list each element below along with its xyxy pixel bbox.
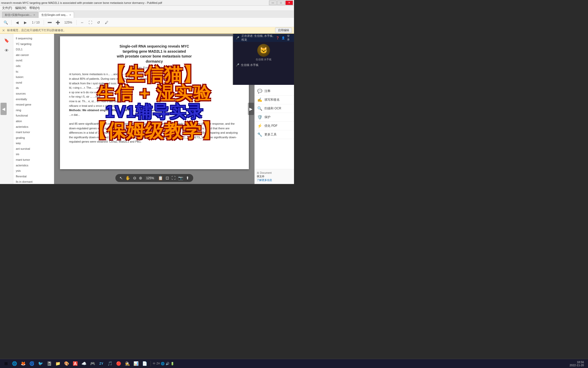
minimize-button[interactable]: — [269, 1, 277, 5]
pdf-zoom-label: 125% [145, 176, 156, 180]
outline-item-13[interactable]: ning [15, 108, 52, 113]
menu-help[interactable]: 帮助(H) [29, 6, 40, 10]
outline-item-6[interactable]: ts: [15, 69, 52, 75]
toolbar-separator-1 [11, 20, 11, 25]
outline-item-20[interactable]: ant survival [15, 146, 52, 152]
pdf-tool-fit[interactable]: ⊡ [166, 176, 169, 180]
outline-item-25[interactable]: fferential [15, 174, 52, 179]
outline-item-16[interactable]: acteristics [15, 124, 52, 130]
comment-icon: 💬 [257, 89, 262, 94]
info-close-button[interactable]: ✕ [2, 28, 5, 32]
tab-1-close[interactable]: ✕ [69, 14, 71, 16]
outline-item-10[interactable]: sources [15, 91, 52, 97]
tools-button[interactable]: 🖊 [103, 19, 110, 26]
outline-item-14[interactable]: functional [15, 113, 52, 119]
zoom-out-button[interactable]: ➖ [46, 19, 53, 26]
right-panel-more-tools[interactable]: 🔧 更多工具 [255, 130, 294, 139]
tab-0[interactable]: 标信+实验Regucalc... ✕ [2, 12, 38, 18]
video-list-item-0: 🎤 生信猫 水手狐 [234, 62, 293, 68]
pdf-tool-zoom-out[interactable]: ⊖ [133, 176, 136, 180]
prev-page-button[interactable]: ◀ [14, 19, 21, 26]
outline-item-22[interactable]: mant tumor [15, 157, 52, 163]
outline-item-24[interactable]: ysis [15, 168, 52, 174]
close-button[interactable]: ✕ [285, 1, 293, 5]
mic-icon: 🎤 [236, 36, 239, 40]
doc-more-info[interactable]: 了解更多信息 [257, 178, 292, 182]
outline-item-11[interactable]: erentially [15, 97, 52, 102]
title-bar-controls: — □ ✕ [269, 1, 293, 5]
title-bar: research reveals MYC targeting gene MAD2… [0, 0, 294, 6]
right-panel-protect-label: 保护 [264, 115, 271, 119]
pdf-tool-copy[interactable]: 📋 [158, 176, 163, 180]
enable-edit-button[interactable]: 启用编辑 [275, 28, 292, 33]
outline-item-19[interactable]: way [15, 141, 52, 146]
login-text[interactable]: 登录 [287, 34, 291, 41]
panel-expand-arrow[interactable]: ▶ [248, 103, 254, 115]
title-bar-text: research reveals MYC targeting gene MAD2… [1, 1, 269, 4]
pdf-viewer: Single-cell RNA sequencing reveals MYC t… [54, 34, 254, 184]
outline-item-23[interactable]: acteristics [15, 163, 52, 168]
zoom-level: 125% [62, 21, 74, 24]
help-icon: ❓ [276, 36, 279, 40]
main-area: 🔖 👁 ll sequencing YC targeting D2L1 ate … [0, 34, 294, 184]
right-panel-ocr[interactable]: 🔍 扫描和 OCR [255, 104, 294, 113]
right-panel-sign[interactable]: ✍️ 填写和签名 [255, 96, 294, 104]
right-panel-optimize-label: 优化 PDF [264, 124, 277, 128]
rotate-button[interactable]: ↺ [95, 19, 102, 26]
outline-item-8[interactable]: ound [15, 80, 52, 86]
pdf-tool-select[interactable]: ↖ [119, 176, 123, 180]
outline-item-12[interactable]: ressed gene [15, 102, 52, 108]
sidebar-bookmark-icon[interactable]: 🔖 [2, 36, 11, 45]
menu-file[interactable]: 文件(F) [2, 6, 12, 10]
outline-item-7[interactable]: lusion: [15, 74, 52, 80]
pdf-tool-fullscreen[interactable]: ⛶ [172, 176, 176, 180]
full-screen-button[interactable]: ⛶ [87, 19, 94, 26]
next-page-button[interactable]: ▶ [22, 19, 29, 26]
panel-collapse-arrow[interactable]: ◀ [1, 103, 7, 115]
outline-item-21[interactable]: sis [15, 152, 52, 157]
outline-item-1[interactable]: YC targeting [15, 41, 52, 47]
protect-icon: 🛡️ [257, 115, 262, 120]
right-panel-protect[interactable]: 🛡️ 保护 [255, 113, 294, 122]
video-participant-label: 生信猫 水手狐 [241, 63, 259, 67]
user-icon: 👤 [281, 36, 285, 40]
zoom-in-button[interactable]: ➕ [54, 19, 61, 26]
right-panel-comment-label: 注释 [264, 89, 271, 93]
outline-item-3[interactable]: ate cancer [15, 52, 52, 58]
avatar: 🐱 [257, 44, 270, 57]
toolbar-separator-3 [76, 20, 77, 25]
outline-item-0[interactable]: ll sequencing [15, 36, 52, 41]
outline-item-17[interactable]: mant tumor [15, 130, 52, 135]
maximize-button[interactable]: □ [277, 1, 285, 5]
outline-item-9[interactable]: ds [15, 85, 52, 91]
tab-1[interactable]: 生信Single-cell seq... ✕ [39, 12, 74, 18]
pdf-page: Single-cell RNA sequencing reveals MYC t… [60, 36, 249, 169]
participant-name: 生信猫 水手狐 [233, 58, 294, 61]
outline-item-15[interactable]: ation [15, 119, 52, 124]
right-panel-comment[interactable]: 💬 注释 [255, 87, 294, 96]
toolbar: 🔍 ◀ ▶ 1 / 10 ➖ ➕ 125% ↔ ⛶ ↺ 🖊 [0, 18, 294, 27]
outline-item-5[interactable]: ods: [15, 63, 52, 69]
sign-icon: ✍️ [257, 97, 262, 102]
outline-item-18[interactable]: gnaling [15, 135, 52, 141]
outline-item-2[interactable]: D2L1 [15, 47, 52, 52]
fit-width-button[interactable]: ↔ [79, 19, 86, 26]
pdf-tool-snapshot[interactable]: 📷 [178, 176, 183, 180]
menu-edit[interactable]: 编辑(W) [15, 6, 26, 10]
pdf-tool-more[interactable]: ⬆ [186, 176, 189, 180]
right-panel-optimize[interactable]: ⚡ 优化 PDF [255, 122, 294, 130]
doc-info-text: 在 Document [257, 171, 292, 175]
search-button[interactable]: 🔍 [2, 19, 9, 26]
menu-bar: 文件(F) 编辑(W) 帮助(H) [0, 6, 294, 11]
tab-0-close[interactable]: ✕ [33, 14, 35, 16]
sidebar-search-icon[interactable]: 👁 [2, 46, 11, 55]
right-panel-more-label: 更多工具 [264, 132, 277, 137]
outline-item-26[interactable]: lls in dormant [15, 179, 52, 184]
tab-0-label: 标信+实验Regucalc... [5, 13, 32, 17]
pdf-tool-hand[interactable]: ✋ [125, 176, 130, 180]
optimize-icon: ⚡ [257, 123, 262, 128]
pdf-body: nt tumors, bone metastasis is n... ...an… [69, 72, 240, 144]
outline-item-4[interactable]: ound: [15, 58, 52, 63]
toolbar-separator-2 [44, 20, 44, 25]
pdf-tool-zoom-in[interactable]: ⊕ [139, 176, 142, 180]
